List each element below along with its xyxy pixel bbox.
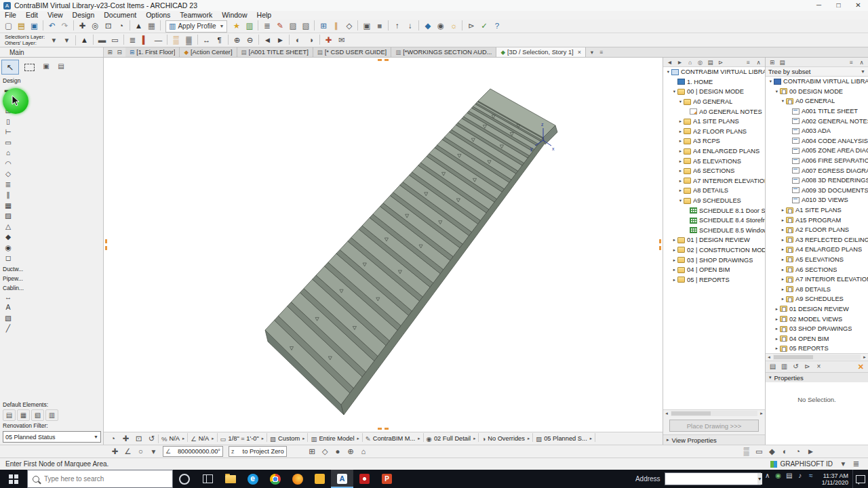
fit-view-icon[interactable]: ⊡ <box>102 20 115 32</box>
tree-item[interactable]: ▸02 MODEL VIEWS <box>766 314 868 324</box>
snap-point-icon[interactable]: ● <box>332 446 344 458</box>
open-icon[interactable]: ▤ <box>15 20 28 32</box>
tree-item[interactable]: ▾00 | DESIGN MODE <box>663 87 765 97</box>
chevron-right-icon[interactable]: ▸ <box>671 247 677 253</box>
taskbar-search[interactable] <box>27 470 173 488</box>
tab-menu-icon[interactable]: ▾ <box>587 48 597 56</box>
tab-first-floor[interactable]: ⊞[1. First Floor] <box>125 47 180 57</box>
default-slab-icon[interactable]: ▦ <box>17 409 30 421</box>
chevron-right-icon[interactable]: ▸ <box>677 138 684 144</box>
chevron-right-icon[interactable]: ▸ <box>780 267 786 272</box>
chevron-right-icon[interactable]: ▸ <box>780 296 786 302</box>
default-object-icon[interactable]: ▧ <box>31 409 44 421</box>
library-manager-icon[interactable]: ▥ <box>243 20 256 32</box>
chevron-down-icon[interactable]: ▾ <box>677 198 684 203</box>
navigator-options-icon[interactable]: ≡ <box>743 58 753 66</box>
chevron-down-icon[interactable]: ▾ <box>768 79 774 84</box>
3d-style-icon[interactable]: ◆ <box>766 446 778 458</box>
selection-layer-picker-icon[interactable]: ▾ <box>47 35 60 46</box>
address-input[interactable] <box>665 473 757 485</box>
go-back-icon[interactable]: ◄ <box>665 58 675 66</box>
tree-item[interactable]: ▾CONTRABIM VIRTUAL LIBRARY <box>663 67 765 77</box>
chevron-right-icon[interactable]: ▸ <box>671 258 677 263</box>
chevron-right-icon[interactable]: ▸ <box>780 237 786 243</box>
menu-options[interactable]: Options <box>141 11 175 20</box>
tree-item[interactable]: ▸A6 SECTIONS <box>663 166 765 176</box>
chevron-right-icon[interactable]: ▸ <box>671 267 677 272</box>
tree-item[interactable]: ▸A1 SITE PLANS <box>663 117 765 127</box>
tree-item[interactable]: ▸A4 ENLARGED PLANS <box>663 146 765 157</box>
check-model-icon[interactable]: ✓ <box>477 20 490 32</box>
update-layout-icon[interactable]: ↺ <box>790 362 802 371</box>
coordinate-origin-icon[interactable]: ⊕ <box>344 446 357 458</box>
tree-item[interactable]: 1. HOME <box>663 77 765 87</box>
orientation-control[interactable]: ∠N/A▸ <box>188 433 216 445</box>
line-type-icon[interactable]: — <box>152 35 165 46</box>
wall-default-icon[interactable]: ▬ <box>96 35 108 46</box>
favorites-icon[interactable]: ★ <box>230 20 243 32</box>
tracker-options-icon[interactable]: ▾ <box>147 446 160 458</box>
tree-item[interactable]: ▸05 | REPORTS <box>663 274 765 285</box>
chevron-right-icon[interactable]: ▸ <box>774 336 780 342</box>
arrow-info-icon[interactable]: ▲ <box>78 35 91 46</box>
tool-stair[interactable]: ≣ <box>1 180 15 190</box>
organizer-options-icon[interactable]: ≡ <box>846 58 856 66</box>
tab-overview-icon[interactable]: ⊞ <box>105 48 115 56</box>
menu-help[interactable]: Help <box>252 11 277 20</box>
pan-view-icon[interactable]: ✚ <box>119 433 132 445</box>
pin-organizer-icon[interactable]: ∧ <box>856 58 867 66</box>
zoom-out-icon[interactable]: ⊖ <box>243 35 256 46</box>
subset-settings-icon[interactable]: ▥ <box>778 362 790 371</box>
viewport-marker-bottom[interactable] <box>378 428 389 430</box>
tool-text[interactable]: A <box>1 302 15 313</box>
tree-item[interactable]: A004 CODE ANALYSIS <box>766 136 868 146</box>
tree-item[interactable]: A010 3D VIEWS <box>766 195 868 205</box>
new-icon[interactable]: ▢ <box>2 20 15 32</box>
tracker-angle-icon[interactable]: ∠ <box>121 446 134 458</box>
tree-item[interactable]: ▾CONTRABIM VIRTUAL LIBRARY <box>766 77 868 87</box>
zoom-in-icon[interactable]: ⊕ <box>231 35 243 46</box>
pan-icon[interactable]: ✚ <box>76 20 89 32</box>
shadows-icon[interactable]: ◐ <box>292 35 304 46</box>
next-view-icon[interactable]: ► <box>274 35 287 46</box>
undo-icon[interactable]: ↶ <box>45 20 58 32</box>
tool-morph[interactable]: ◇ <box>1 169 15 180</box>
menu-design[interactable]: Design <box>68 11 100 20</box>
chevron-right-icon[interactable]: ▸ <box>774 326 780 331</box>
tool-line[interactable]: ╱ <box>1 323 15 334</box>
tree-item[interactable]: A001 TITLE SHEET <box>766 106 868 117</box>
chevron-right-icon[interactable]: ▸ <box>774 317 780 322</box>
tool-mesh[interactable]: △ <box>1 222 15 232</box>
menu-file[interactable]: File <box>0 11 21 20</box>
mark-up-icon[interactable]: ✚ <box>322 35 335 46</box>
acrobat-taskbar-button[interactable] <box>353 470 376 488</box>
menu-window[interactable]: Window <box>217 11 252 20</box>
tree-item[interactable]: A005 ZONE AREA DIAGRAM <box>766 146 868 156</box>
orbit-icon[interactable]: ◔ <box>115 20 127 32</box>
tool-column[interactable]: ▯ <box>1 117 15 127</box>
tree-item[interactable]: ▸A8 DETAILS <box>663 186 765 196</box>
tree-item[interactable]: ▸03 SHOP DRAWINGS <box>766 324 868 334</box>
group-mode-button[interactable]: ▤ <box>54 60 68 72</box>
viewport-marker-left[interactable] <box>105 239 107 250</box>
chevron-right-icon[interactable]: ▸ <box>677 129 684 134</box>
gravity-icon[interactable]: ⌂ <box>357 446 370 458</box>
shadow-toggle-icon[interactable]: ◐ <box>778 446 791 458</box>
close-button[interactable]: ✕ <box>848 1 868 11</box>
id-dropdown-icon[interactable]: ▾ <box>837 458 850 470</box>
tab-a001-title-sheet[interactable]: ▤[A001 TITLE SHEET] <box>237 47 313 57</box>
maximize-button[interactable]: □ <box>829 1 848 11</box>
place-drawing-button[interactable]: Place Drawing >>> <box>669 420 759 432</box>
status-options-icon[interactable]: ≣ <box>850 458 863 470</box>
snap-grid-icon[interactable]: ⊞ <box>306 446 319 458</box>
scrollbar-track[interactable] <box>671 411 757 416</box>
tracker-radius-icon[interactable]: ○ <box>134 446 147 458</box>
tree-item[interactable]: ▸A9 SCHEDULES <box>766 294 868 304</box>
tree-item[interactable]: ▸A2 FLOOR PLANS <box>766 225 868 235</box>
tree-item[interactable]: A0 GENERAL NOTES <box>663 106 765 117</box>
redo-icon[interactable]: ↷ <box>58 20 71 32</box>
menu-teamwork[interactable]: Teamwork <box>175 11 217 20</box>
guide-lines-icon[interactable]: ∥ <box>330 20 342 32</box>
chevron-down-icon[interactable]: ▾ <box>774 89 780 94</box>
scroll-right-icon[interactable]: ► <box>861 355 868 359</box>
